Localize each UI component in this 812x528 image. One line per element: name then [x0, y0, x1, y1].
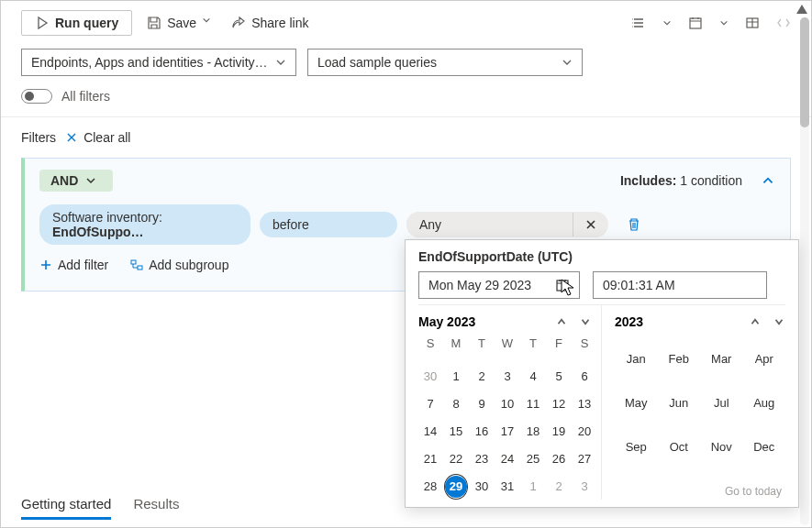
calendar-day[interactable]: 17: [495, 419, 519, 445]
calendar-day-selected[interactable]: 29: [444, 474, 468, 500]
calendar-day[interactable]: 9: [470, 391, 494, 417]
dow-label: S: [573, 336, 596, 362]
month-cell[interactable]: Aug: [753, 396, 774, 410]
run-query-button[interactable]: Run query: [21, 10, 132, 36]
calendar-toolbar-button[interactable]: [688, 16, 703, 30]
add-filter-label: Add filter: [58, 258, 108, 272]
condition-field-pill[interactable]: Software inventory: EndOfSuppo…: [39, 204, 250, 245]
month-cell[interactable]: Mar: [711, 352, 731, 366]
list-chevron-icon: [662, 18, 672, 28]
prev-month-button[interactable]: [555, 315, 568, 328]
tab-getting-started[interactable]: Getting started: [21, 496, 111, 520]
logic-operator-dropdown[interactable]: AND: [39, 170, 113, 192]
month-cell[interactable]: May: [625, 396, 648, 410]
chevron-down-icon: [275, 57, 286, 68]
add-subgroup-button[interactable]: Add subgroup: [130, 258, 228, 272]
cursor-icon: [559, 278, 575, 298]
calendar-day[interactable]: 2: [470, 364, 494, 390]
sample-value: Load sample queries: [317, 55, 437, 70]
calendar-day[interactable]: 13: [573, 391, 596, 417]
calendar-day[interactable]: 21: [418, 446, 442, 472]
calendar-day[interactable]: 10: [495, 391, 519, 417]
clear-value-button[interactable]: [573, 213, 608, 236]
all-filters-toggle[interactable]: [21, 89, 52, 104]
scrollbar-thumb[interactable]: [800, 17, 809, 127]
calendar-day[interactable]: 22: [444, 446, 468, 472]
add-filter-button[interactable]: Add filter: [39, 258, 108, 272]
calendar-day[interactable]: 3: [495, 364, 519, 390]
calendar-day[interactable]: 12: [547, 391, 571, 417]
condition-operator-pill[interactable]: before: [260, 212, 397, 237]
calendar-day[interactable]: 30: [418, 364, 442, 390]
calendar-day[interactable]: 6: [573, 364, 596, 390]
calendar-day[interactable]: 26: [547, 446, 571, 472]
year-label[interactable]: 2023: [615, 314, 643, 329]
month-cell[interactable]: Nov: [711, 440, 732, 454]
calendar-day[interactable]: 28: [418, 474, 442, 500]
svg-rect-2: [131, 260, 136, 264]
dow-label: F: [547, 336, 571, 362]
sample-queries-dropdown[interactable]: Load sample queries: [307, 49, 583, 76]
svg-rect-3: [138, 266, 142, 270]
scope-dropdown[interactable]: Endpoints, Apps and identities - Activit…: [21, 49, 296, 76]
calendar-day[interactable]: 7: [418, 391, 442, 417]
calendar-day[interactable]: 11: [521, 391, 545, 417]
calendar-day[interactable]: 20: [573, 419, 596, 445]
condition-value-pill[interactable]: Any: [406, 212, 573, 237]
calendar-day[interactable]: 19: [547, 419, 571, 445]
delete-condition-button[interactable]: [623, 214, 645, 236]
calendar-day[interactable]: 29: [445, 476, 467, 498]
month-label[interactable]: May 2023: [418, 314, 475, 329]
month-cell[interactable]: Apr: [755, 352, 773, 366]
share-link-label: Share link: [251, 16, 308, 30]
list-view-button[interactable]: [631, 16, 646, 30]
calendar-day[interactable]: 16: [470, 419, 494, 445]
calendar-day[interactable]: 31: [495, 474, 519, 500]
calendar-day[interactable]: 2: [547, 474, 571, 500]
next-month-button[interactable]: [579, 315, 592, 328]
cond-value-label: Any: [419, 217, 441, 232]
dow-label: M: [444, 336, 468, 362]
clear-all-link[interactable]: Clear all: [83, 130, 130, 145]
scroll-up-arrow[interactable]: [796, 5, 807, 14]
calendar-day[interactable]: 5: [547, 364, 571, 390]
time-input[interactable]: 09:01:31 AM: [593, 271, 767, 299]
calendar-day[interactable]: 1: [444, 364, 468, 390]
clear-all-icon[interactable]: [65, 131, 78, 144]
all-filters-label: All filters: [61, 89, 110, 104]
save-icon: [147, 16, 161, 30]
month-cell[interactable]: Jul: [714, 396, 729, 410]
date-value: Mon May 29 2023: [428, 278, 531, 292]
calendar-day[interactable]: 27: [573, 446, 596, 472]
calendar-day[interactable]: 15: [444, 419, 468, 445]
calendar-day[interactable]: 18: [521, 419, 545, 445]
date-input[interactable]: Mon May 29 2023: [418, 271, 580, 299]
time-value: 09:01:31 AM: [603, 278, 675, 292]
next-year-button[interactable]: [773, 315, 785, 328]
calendar-day[interactable]: 30: [470, 474, 494, 500]
calendar-day[interactable]: 8: [444, 391, 468, 417]
run-query-label: Run query: [55, 16, 118, 30]
calendar-day[interactable]: 3: [573, 474, 596, 500]
share-link-button[interactable]: Share link: [231, 16, 308, 30]
calendar-day[interactable]: 25: [521, 446, 545, 472]
table-icon-button[interactable]: [745, 16, 760, 30]
date-picker-popover: EndOfSupportDate (UTC) Mon May 29 2023 0…: [405, 239, 799, 508]
calendar-day[interactable]: 14: [418, 419, 442, 445]
month-cell[interactable]: Feb: [669, 352, 689, 366]
month-cell[interactable]: Jan: [627, 352, 646, 366]
tab-results[interactable]: Results: [133, 496, 179, 520]
month-cell[interactable]: Jun: [669, 396, 688, 410]
calendar-day[interactable]: 1: [521, 474, 545, 500]
prev-year-button[interactable]: [749, 315, 762, 328]
save-button[interactable]: Save: [147, 16, 217, 30]
month-cell[interactable]: Sep: [626, 440, 647, 454]
go-to-today-link[interactable]: Go to today: [725, 485, 782, 498]
calendar-day[interactable]: 23: [470, 446, 494, 472]
month-cell[interactable]: Dec: [753, 440, 774, 454]
code-icon-button[interactable]: [776, 16, 791, 30]
calendar-day[interactable]: 4: [521, 364, 545, 390]
calendar-day[interactable]: 24: [495, 446, 519, 472]
collapse-button[interactable]: [761, 173, 775, 188]
month-cell[interactable]: Oct: [670, 440, 688, 454]
